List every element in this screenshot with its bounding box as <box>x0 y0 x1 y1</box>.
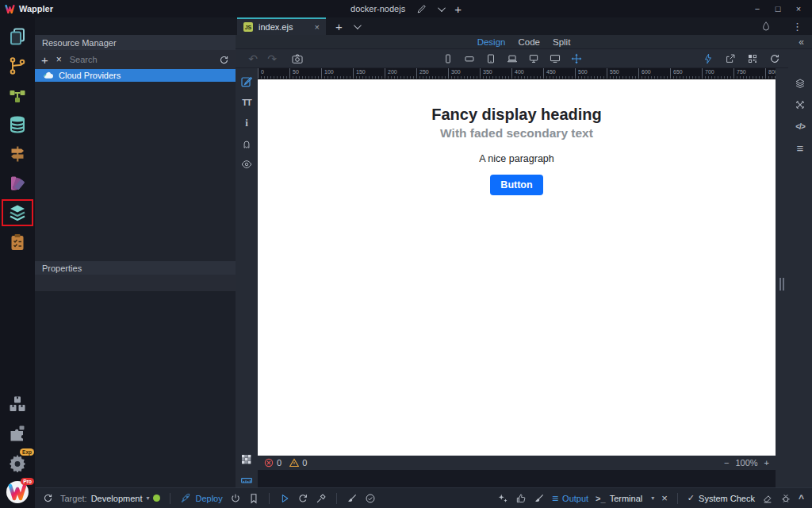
redo-button[interactable]: ↷ <box>262 52 282 65</box>
layers-icon <box>8 203 27 222</box>
rocket-icon <box>180 493 191 504</box>
target-value: Development <box>91 494 143 503</box>
terminal-toggle[interactable]: >_ Terminal ▾ <box>596 494 654 503</box>
thumbs-up-icon[interactable] <box>515 493 527 504</box>
format-sparkles-icon[interactable] <box>497 493 508 504</box>
eraser-icon[interactable] <box>762 493 773 504</box>
run-play-icon[interactable] <box>279 493 290 504</box>
theme-droplet-icon[interactable] <box>760 21 772 32</box>
qr-code-icon[interactable] <box>747 53 758 64</box>
clean-brush-icon[interactable] <box>347 493 358 504</box>
phone-portrait-icon[interactable] <box>442 53 454 64</box>
target-label: Target: <box>60 494 87 503</box>
move-resize-icon[interactable] <box>571 53 582 64</box>
project-chevron-down-icon[interactable] <box>438 4 446 12</box>
panel-splitter[interactable] <box>776 68 788 487</box>
bookmark-icon[interactable] <box>248 493 259 504</box>
large-display-icon[interactable] <box>550 53 561 64</box>
refresh-preview-icon[interactable] <box>769 53 780 64</box>
laptop-icon[interactable] <box>507 53 518 64</box>
refresh-resources-icon[interactable] <box>219 55 229 65</box>
screenshot-camera-icon[interactable] <box>291 52 304 65</box>
validate-check-circle-icon[interactable] <box>365 493 376 504</box>
add-resource-button[interactable]: + <box>41 54 48 66</box>
sidebar-item-pages[interactable] <box>4 25 31 48</box>
sidebar-item-tasks[interactable] <box>4 231 31 253</box>
edit-mode-button[interactable] <box>239 75 255 89</box>
deploy-button[interactable]: Deploy <box>180 493 222 504</box>
toggle-rulers-button[interactable] <box>239 473 255 487</box>
tablet-icon[interactable] <box>485 53 496 64</box>
canvas-subheading[interactable]: With faded secondary text <box>440 126 593 140</box>
tree-item-cloud-providers[interactable]: Cloud Providers <box>35 69 236 82</box>
toggle-grid-button[interactable] <box>239 452 255 467</box>
nodes-icon <box>8 86 27 105</box>
tab-list-chevron-down-icon[interactable] <box>354 21 362 29</box>
close-button[interactable]: × <box>790 4 807 13</box>
ghost-icon <box>241 138 252 149</box>
sidebar-item-settings[interactable]: Exp <box>4 452 31 474</box>
tab-index-ejs[interactable]: JS index.ejs × <box>237 17 326 35</box>
output-toggle[interactable]: ≡ Output <box>552 493 588 504</box>
bug-icon[interactable] <box>780 493 791 504</box>
sidebar-item-extensions[interactable] <box>4 422 31 444</box>
design-canvas[interactable]: Fancy display heading With faded seconda… <box>258 79 776 456</box>
remove-resource-button[interactable]: × <box>56 54 62 65</box>
splitter-grip-icon <box>779 278 784 291</box>
power-icon[interactable] <box>230 493 241 504</box>
zoom-in-button[interactable]: + <box>764 458 769 468</box>
editor-menu-kebab-icon[interactable]: ⋮ <box>792 21 802 33</box>
panel-app-structure[interactable] <box>792 76 808 90</box>
tab-close-icon[interactable]: × <box>315 22 320 32</box>
desktop-monitor-icon[interactable] <box>528 53 539 64</box>
new-tab-button[interactable]: + <box>335 20 343 33</box>
new-project-button[interactable]: + <box>454 3 462 15</box>
open-in-browser-icon[interactable] <box>725 53 736 64</box>
sidebar-item-routes[interactable] <box>4 143 31 165</box>
panel-tools[interactable] <box>792 98 808 112</box>
maximize-button[interactable]: □ <box>769 4 787 13</box>
sidebar-item-git[interactable] <box>4 55 31 77</box>
ruler-tick: 0 <box>258 68 289 79</box>
canvas-button[interactable]: Button <box>490 175 542 195</box>
cleanup-broom-icon[interactable] <box>534 493 545 504</box>
search-input[interactable] <box>70 55 211 64</box>
ruler-tick: 650 <box>670 68 702 79</box>
sidebar-item-workflows[interactable] <box>4 84 31 106</box>
reload-icon[interactable] <box>297 493 308 504</box>
error-count: 0 <box>277 458 282 468</box>
phantom-elements-button[interactable] <box>239 137 255 151</box>
undo-button[interactable]: ↶ <box>243 52 262 65</box>
sidebar-item-styles[interactable] <box>4 172 31 194</box>
ruler-tick: 100 <box>321 68 353 79</box>
inspect-button[interactable]: i <box>239 116 255 130</box>
sidebar-item-database[interactable] <box>4 114 31 136</box>
sync-target-icon[interactable] <box>43 493 53 503</box>
zoom-out-button[interactable]: − <box>724 458 729 468</box>
close-output-button[interactable]: × <box>661 492 668 504</box>
tab-split[interactable]: Split <box>553 37 570 47</box>
target-selector[interactable]: Target: Development ▾ <box>60 494 160 503</box>
puzzle-icon <box>8 424 27 443</box>
canvas-heading[interactable]: Fancy display heading <box>431 106 602 124</box>
sidebar-item-wappler-pro[interactable]: Pro <box>4 481 31 503</box>
phone-landscape-icon[interactable] <box>464 53 475 64</box>
collapse-panel-icon[interactable]: « <box>799 37 804 48</box>
text-mode-button[interactable]: TT <box>239 95 255 110</box>
canvas-paragraph[interactable]: A nice paragraph <box>479 153 554 164</box>
live-reload-bolt-icon[interactable] <box>703 53 714 64</box>
ruler-tick: 350 <box>480 68 511 79</box>
panel-dom[interactable]: ≡ <box>792 140 808 155</box>
visibility-button[interactable] <box>239 157 255 171</box>
tab-code[interactable]: Code <box>518 37 540 47</box>
system-check-button[interactable]: ✓ System Check <box>688 493 755 503</box>
tab-design[interactable]: Design <box>477 37 506 47</box>
minimize-button[interactable]: − <box>749 4 766 13</box>
edit-project-icon[interactable] <box>416 4 427 14</box>
build-hammer-icon[interactable] <box>316 493 327 504</box>
panel-code[interactable]: </> <box>792 119 808 133</box>
sidebar-item-packages[interactable] <box>4 393 31 415</box>
app-name: Wappler <box>19 4 53 13</box>
collapse-statusbar-icon[interactable]: ^ <box>799 493 804 504</box>
sidebar-item-resource-manager[interactable] <box>4 202 31 224</box>
